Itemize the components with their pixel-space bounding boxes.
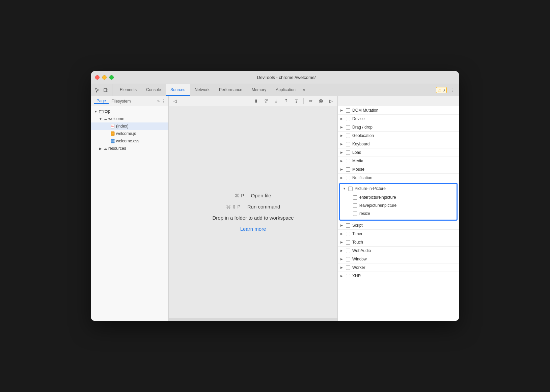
step-button[interactable] [293, 97, 300, 105]
webaudio-checkbox[interactable] [346, 249, 350, 253]
event-group-notification: ▶ Notification [338, 174, 459, 182]
subtab-bar: Page Filesystem » ⋮ [91, 96, 168, 106]
cursor-icon[interactable] [94, 87, 101, 93]
more-subtabs-button[interactable]: » [157, 99, 160, 104]
event-group-touch-header[interactable]: ▶ Touch [338, 238, 459, 246]
media-checkbox[interactable] [346, 159, 350, 163]
pip-sub3-label: resize [359, 211, 370, 216]
event-group-window-header[interactable]: ▶ Window [338, 255, 459, 263]
pause-button[interactable]: ⏸ [252, 97, 259, 105]
pip-sub3-checkbox[interactable] [353, 212, 357, 216]
minimize-button[interactable] [102, 75, 107, 80]
event-group-xhr-header[interactable]: ▶ XHR [338, 272, 459, 280]
event-group-notification-header[interactable]: ▶ Notification [338, 174, 459, 182]
svg-rect-0 [104, 88, 107, 92]
touch-checkbox[interactable] [346, 240, 350, 245]
more-tabs-button[interactable]: » [300, 84, 308, 96]
device-icon[interactable] [103, 87, 109, 93]
event-group-timer: ▶ Timer [338, 230, 459, 238]
event-group-timer-header[interactable]: ▶ Timer [338, 230, 459, 238]
pip-sub2-checkbox[interactable] [353, 203, 357, 208]
tree-item-welcome-css[interactable]: ▶ CSS welcome.css [91, 137, 168, 145]
event-group-webaudio-header[interactable]: ▶ WebAudio [338, 247, 459, 255]
tree-item-resources[interactable]: ▶ ☁ resources [91, 145, 168, 152]
dom-mutation-checkbox[interactable] [346, 108, 350, 113]
arrow-icon: ▶ [340, 134, 344, 137]
tab-sources[interactable]: Sources [166, 84, 190, 96]
subtab-filesystem[interactable]: Filesystem [109, 99, 133, 104]
dom-mutation-label: DOM Mutation [352, 108, 378, 113]
arrow-icon: ▼ [343, 187, 346, 190]
event-group-script: ▶ Script [338, 221, 459, 230]
script-checkbox[interactable] [346, 223, 350, 228]
sidebar-toggle-button[interactable]: ◁ [171, 97, 179, 105]
editor-scrollbar[interactable] [169, 318, 337, 321]
geolocation-checkbox[interactable] [346, 134, 350, 138]
event-group-dom-mutation-header[interactable]: ▶ DOM Mutation [338, 106, 459, 114]
tree-item-welcome-js[interactable]: ▶ JS welcome.js [91, 130, 168, 137]
pip-checkbox[interactable] [348, 187, 353, 191]
tab-elements[interactable]: Elements [115, 84, 141, 96]
step-out-button[interactable] [282, 97, 290, 105]
event-group-mouse-header[interactable]: ▶ Mouse [338, 165, 459, 173]
event-group-pip-header[interactable]: ▼ Picture-in-Picture [340, 184, 457, 193]
keyboard-checkbox[interactable] [346, 142, 350, 146]
notification-checkbox[interactable] [346, 176, 350, 180]
subtab-page[interactable]: Page [94, 99, 109, 104]
drag-drop-checkbox[interactable] [346, 125, 350, 130]
tab-console[interactable]: Console [141, 84, 166, 96]
more-menu-button[interactable]: ⋮ [448, 87, 456, 93]
editor-content: ⌘ P Open file ⌘ ⇧ P Run command Drop in … [169, 106, 337, 318]
svg-point-9 [319, 100, 323, 103]
event-group-device-header[interactable]: ▶ Device [338, 115, 459, 123]
event-group-webaudio: ▶ WebAudio [338, 247, 459, 255]
xhr-checkbox[interactable] [346, 274, 350, 278]
svg-rect-2 [99, 110, 103, 113]
pip-sub-2[interactable]: leavepictureinpicture [340, 201, 457, 209]
tab-performance[interactable]: Performance [214, 84, 247, 96]
shortcut-run-command: ⌘ ⇧ P Run command [226, 204, 280, 209]
event-group-load-header[interactable]: ▶ Load [338, 148, 459, 157]
geolocation-label: Geolocation [352, 133, 374, 138]
warning-badge[interactable]: ⚠ 3 [436, 87, 447, 93]
learn-more-link[interactable]: Learn more [240, 226, 266, 232]
cloud-icon: ☁ [104, 146, 107, 151]
mouse-checkbox[interactable] [346, 167, 350, 172]
event-group-script-header[interactable]: ▶ Script [338, 221, 459, 229]
svg-text:htm: htm [111, 125, 114, 127]
pip-sub-1[interactable]: enterpictureinpicture [340, 193, 457, 201]
device-label: Device [352, 116, 365, 121]
event-group-worker-header[interactable]: ▶ Worker [338, 263, 459, 272]
event-group-keyboard-header[interactable]: ▶ Keyboard [338, 140, 459, 148]
pause2-button[interactable] [317, 97, 325, 105]
step-over-button[interactable] [262, 97, 270, 105]
maximize-button[interactable] [109, 75, 114, 80]
event-group-device: ▶ Device [338, 115, 459, 123]
event-group-geolocation-header[interactable]: ▶ Geolocation [338, 132, 459, 140]
timer-checkbox[interactable] [346, 232, 350, 236]
event-group-media-header[interactable]: ▶ Media [338, 157, 459, 165]
tree-item-index[interactable]: ▶ htm (index) [91, 122, 168, 130]
timer-label: Timer [352, 231, 362, 236]
step-into-button[interactable] [272, 97, 280, 105]
deactivate-button[interactable]: ✏ [307, 97, 314, 105]
pip-sub1-checkbox[interactable] [353, 195, 357, 200]
tab-memory[interactable]: Memory [247, 84, 271, 96]
event-group-drag-drop-header[interactable]: ▶ Drag / drop [338, 123, 459, 131]
window-checkbox[interactable] [346, 257, 350, 261]
tree-label-welcome-js: welcome.js [116, 131, 136, 136]
tab-network[interactable]: Network [190, 84, 214, 96]
event-group-drag-drop: ▶ Drag / drop [338, 123, 459, 132]
open-sidebar-button[interactable]: ▷ [327, 97, 335, 105]
subtab-menu-button[interactable]: ⋮ [161, 99, 166, 104]
tree-item-top[interactable]: ▼ top [91, 108, 168, 115]
pip-sub-3[interactable]: resize [340, 209, 457, 218]
worker-checkbox[interactable] [346, 265, 350, 270]
arrow-icon: ▶ [340, 224, 344, 227]
tab-application[interactable]: Application [271, 84, 300, 96]
close-button[interactable] [95, 75, 100, 80]
pip-sub1-label: enterpictureinpicture [359, 195, 396, 200]
load-checkbox[interactable] [346, 150, 350, 155]
device-checkbox[interactable] [346, 117, 350, 121]
tree-item-welcome[interactable]: ▼ ☁ welcome [91, 115, 168, 122]
